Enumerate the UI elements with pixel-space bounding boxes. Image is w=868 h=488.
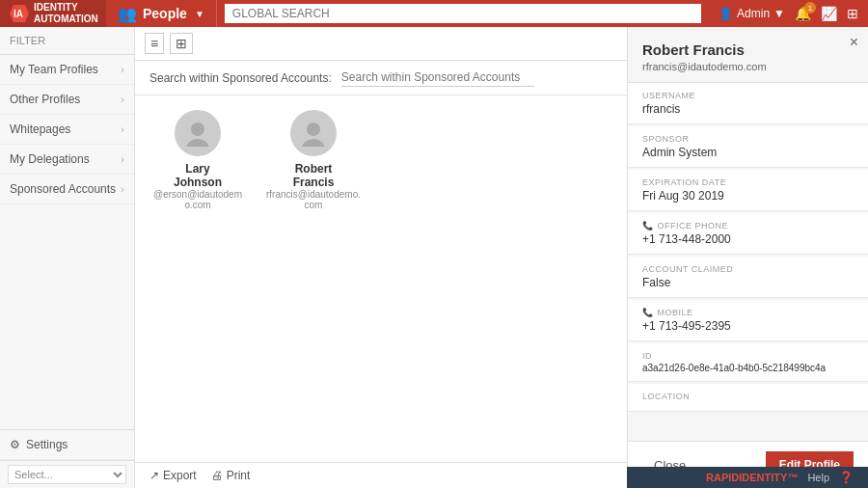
detail-panel: × Robert Francis rfrancis@idautodemo.com…: [627, 27, 868, 488]
user-menu[interactable]: 👤 Admin ▼: [719, 7, 785, 20]
chevron-right-icon: ›: [121, 64, 124, 75]
sidebar-filter: FILTER: [0, 27, 134, 55]
content-toolbar: ≡ ⊞: [135, 27, 627, 61]
sidebar-item-label: My Delegations: [10, 152, 90, 166]
person-name-lary: LaryJohnson: [174, 162, 222, 189]
logo: IA IDENTITY AUTOMATION: [0, 0, 106, 27]
detail-field-label: 📞 MOBILE: [642, 308, 854, 317]
sponsored-search-bar: Search within Sponsored Accounts:: [135, 61, 627, 95]
person-name-robert: RobertFrancis: [293, 162, 335, 189]
detail-header: Robert Francis rfrancis@idautodemo.com: [628, 27, 868, 83]
content-area: ≡ ⊞ Search within Sponsored Accounts: La…: [135, 27, 627, 488]
chevron-right-icon: ›: [121, 153, 124, 165]
detail-field: IDa3a21d26-0e8e-41a0-b4b0-5c218499bc4a: [628, 343, 868, 382]
chevron-right-icon: ›: [121, 183, 124, 195]
export-button[interactable]: ↗ Export: [149, 469, 197, 482]
header-right: 👤 Admin ▼ 🔔 1 📈 ⊞: [709, 6, 868, 21]
detail-field-label: EXPIRATION DATE: [642, 177, 854, 187]
filter-label: FILTER: [10, 35, 45, 46]
settings-item[interactable]: ⚙ Settings: [0, 430, 134, 460]
user-chevron-icon: ▼: [773, 7, 785, 20]
chevron-right-icon: ›: [121, 94, 124, 105]
settings-label: Settings: [26, 438, 68, 451]
grid-view-button[interactable]: ⊞: [170, 33, 193, 54]
chevron-right-icon: ›: [121, 123, 124, 135]
notifications-icon[interactable]: 🔔 1: [795, 6, 811, 21]
detail-field-value: Fri Aug 30 2019: [642, 189, 854, 203]
logo-text: IDENTITY AUTOMATION: [34, 2, 98, 25]
detail-field-label: USERNAME: [642, 91, 854, 100]
people-module-icon: 👥: [118, 5, 137, 23]
main-layout: FILTER My Team Profiles › Other Profiles…: [0, 27, 868, 488]
detail-field-label: LOCATION: [642, 392, 854, 401]
sponsored-search-input[interactable]: [341, 68, 534, 87]
global-search-input[interactable]: [225, 4, 701, 23]
detail-field-label: 📞 OFFICE PHONE: [642, 221, 854, 230]
apps-grid-icon[interactable]: ⊞: [847, 6, 858, 21]
list-view-button[interactable]: ≡: [145, 33, 164, 54]
sidebar-select[interactable]: Select...: [8, 465, 126, 484]
export-icon: ↗: [149, 469, 159, 482]
detail-person-name: Robert Francis: [642, 41, 854, 58]
detail-field-label: SPONSOR: [642, 134, 854, 144]
avatar-lary: [175, 110, 221, 156]
detail-close-button[interactable]: ×: [850, 35, 858, 50]
module-chevron-icon: ▼: [195, 9, 204, 19]
app-header: IA IDENTITY AUTOMATION 👥 People ▼ 👤 Admi…: [0, 0, 868, 27]
print-icon: 🖨: [211, 469, 223, 482]
svg-point-3: [186, 139, 209, 147]
detail-field: EXPIRATION DATEFri Aug 30 2019: [628, 170, 868, 211]
sidebar-item-sponsored-accounts[interactable]: Sponsored Accounts ›: [0, 175, 134, 204]
detail-field-value: rfrancis: [642, 102, 854, 116]
help-icon: ❓: [839, 471, 854, 484]
detail-field-value: +1 713-448-2000: [642, 232, 854, 246]
detail-field-value: +1 713-495-2395: [642, 319, 854, 333]
avatar-robert: [290, 110, 337, 156]
detail-person-email: rfrancis@idautodemo.com: [642, 61, 854, 72]
sidebar-item-label: Sponsored Accounts: [10, 182, 116, 196]
detail-field-value: a3a21d26-0e8e-41a0-b4b0-5c218499bc4a: [642, 363, 854, 373]
module-selector[interactable]: 👥 People ▼: [106, 0, 217, 27]
svg-text:IA: IA: [14, 9, 23, 19]
print-button[interactable]: 🖨 Print: [211, 469, 251, 482]
help-link[interactable]: Help: [807, 472, 829, 483]
module-name: People: [143, 6, 187, 21]
global-search-container: [217, 4, 709, 23]
sidebar-bottom: ⚙ Settings Select...: [0, 429, 134, 488]
detail-field: SPONSORAdmin System: [628, 126, 868, 168]
person-card-robert[interactable]: RobertFrancis rfrancis@idautodemo.com: [265, 110, 362, 210]
detail-field: ACCOUNT CLAIMEDFalse: [628, 257, 868, 298]
export-label: Export: [163, 469, 197, 482]
logo-icon: IA: [10, 5, 29, 22]
sidebar: FILTER My Team Profiles › Other Profiles…: [0, 27, 135, 488]
detail-field: 📞 OFFICE PHONE+1 713-448-2000: [628, 213, 868, 255]
sidebar-item-label: Other Profiles: [10, 93, 80, 106]
detail-field-label: ID: [642, 351, 854, 361]
person-email-robert: rfrancis@idautodemo.com: [265, 189, 362, 210]
bottom-bar: RAPIDIDENTITY™ Help ❓: [627, 467, 868, 488]
detail-field: LOCATION: [628, 384, 868, 412]
notification-badge: 1: [804, 2, 816, 14]
svg-point-5: [302, 139, 325, 147]
sidebar-item-other-profiles[interactable]: Other Profiles ›: [0, 85, 134, 115]
detail-field: 📞 MOBILE+1 713-495-2395: [628, 300, 868, 341]
svg-point-4: [307, 122, 320, 136]
detail-field: USERNAMErfrancis: [628, 83, 868, 124]
sidebar-item-whitepages[interactable]: Whitepages ›: [0, 115, 134, 145]
sidebar-item-label: Whitepages: [10, 122, 70, 136]
detail-field-label: ACCOUNT CLAIMED: [642, 264, 854, 274]
sidebar-item-my-team-profiles[interactable]: My Team Profiles ›: [0, 55, 134, 85]
sidebar-item-my-delegations[interactable]: My Delegations ›: [0, 145, 134, 175]
detail-body: USERNAMErfrancisSPONSORAdmin SystemEXPIR…: [628, 83, 868, 441]
user-label: Admin: [737, 7, 770, 20]
print-label: Print: [227, 469, 251, 482]
person-email-lary: @erson@idautodemo.com: [149, 189, 246, 210]
detail-field-value: False: [642, 276, 854, 289]
svg-point-2: [191, 122, 204, 136]
people-grid: LaryJohnson @erson@idautodemo.com Robert…: [135, 95, 627, 225]
sidebar-item-label: My Team Profiles: [10, 63, 98, 76]
sidebar-select-container: Select...: [0, 460, 134, 488]
person-card-lary[interactable]: LaryJohnson @erson@idautodemo.com: [149, 110, 246, 210]
activity-icon[interactable]: 📈: [821, 6, 837, 21]
sponsored-search-label: Search within Sponsored Accounts:: [149, 71, 332, 85]
